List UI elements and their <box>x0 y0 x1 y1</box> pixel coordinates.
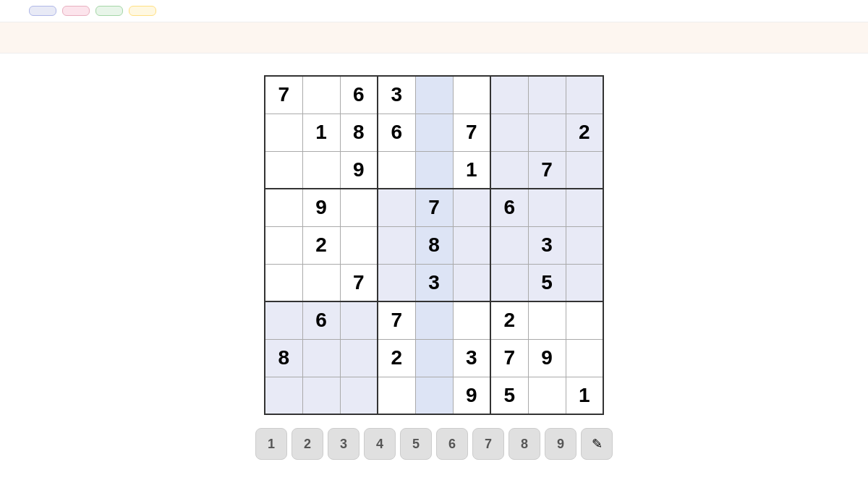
sudoku-cell[interactable] <box>528 301 566 339</box>
sudoku-cell[interactable] <box>302 76 340 114</box>
num-btn-6[interactable]: 6 <box>436 428 468 460</box>
sudoku-cell[interactable]: 7 <box>453 114 490 151</box>
sudoku-cell[interactable] <box>528 377 566 414</box>
sudoku-cell[interactable]: 6 <box>490 189 528 226</box>
main-content: 7631867291797628373567282379951 12345678… <box>0 53 868 474</box>
sudoku-cell[interactable] <box>490 76 528 114</box>
sudoku-cell[interactable]: 8 <box>415 226 453 264</box>
sudoku-cell[interactable] <box>566 301 603 339</box>
sudoku-cell[interactable]: 2 <box>566 114 603 151</box>
sudoku-cell[interactable] <box>453 264 490 301</box>
sudoku-cell[interactable]: 6 <box>378 114 415 151</box>
num-btn-2[interactable]: 2 <box>292 428 323 460</box>
sudoku-cell[interactable] <box>490 264 528 301</box>
sudoku-cell[interactable] <box>378 264 415 301</box>
num-btn-4[interactable]: 4 <box>364 428 396 460</box>
sudoku-cell[interactable]: 2 <box>378 339 415 377</box>
sudoku-cell[interactable] <box>265 264 302 301</box>
sudoku-cell[interactable] <box>265 151 302 189</box>
num-btn-1[interactable]: 1 <box>255 428 287 460</box>
sudoku-cell[interactable] <box>378 151 415 189</box>
sudoku-cell[interactable] <box>528 76 566 114</box>
num-btn-3[interactable]: 3 <box>328 428 359 460</box>
tab-sudoku[interactable] <box>129 6 156 16</box>
sudoku-cell[interactable]: 9 <box>340 151 378 189</box>
sudoku-cell[interactable] <box>566 76 603 114</box>
sudoku-cell[interactable] <box>490 114 528 151</box>
sudoku-cell[interactable]: 8 <box>340 114 378 151</box>
sudoku-cell[interactable] <box>265 189 302 226</box>
sudoku-cell[interactable] <box>302 339 340 377</box>
sudoku-cell[interactable] <box>490 151 528 189</box>
sudoku-cell[interactable]: 5 <box>528 264 566 301</box>
sudoku-cell[interactable] <box>340 339 378 377</box>
sudoku-cell[interactable]: 6 <box>302 301 340 339</box>
sudoku-cell[interactable] <box>453 301 490 339</box>
sudoku-cell[interactable]: 8 <box>265 339 302 377</box>
sudoku-cell[interactable] <box>415 76 453 114</box>
sudoku-cell[interactable] <box>453 226 490 264</box>
sudoku-cell[interactable]: 9 <box>302 189 340 226</box>
sudoku-cell[interactable] <box>415 114 453 151</box>
sudoku-cell[interactable]: 3 <box>453 339 490 377</box>
sudoku-cell[interactable]: 7 <box>490 339 528 377</box>
sudoku-cell[interactable] <box>340 189 378 226</box>
tab-solitaire[interactable] <box>29 6 56 16</box>
sudoku-cell[interactable]: 3 <box>415 264 453 301</box>
secondary-nav <box>0 22 868 53</box>
sudoku-cell[interactable]: 7 <box>265 76 302 114</box>
sudoku-cell[interactable] <box>340 301 378 339</box>
sudoku-cell[interactable] <box>453 76 490 114</box>
sudoku-cell[interactable] <box>265 301 302 339</box>
sudoku-cell[interactable] <box>302 264 340 301</box>
sudoku-cell[interactable] <box>566 189 603 226</box>
sudoku-cell[interactable]: 7 <box>340 264 378 301</box>
sudoku-cell[interactable] <box>378 226 415 264</box>
sudoku-cell[interactable]: 3 <box>528 226 566 264</box>
num-btn-7[interactable]: 7 <box>472 428 504 460</box>
num-btn-8[interactable]: 8 <box>509 428 540 460</box>
sudoku-cell[interactable] <box>528 114 566 151</box>
sudoku-cell[interactable] <box>302 377 340 414</box>
sudoku-cell[interactable]: 2 <box>490 301 528 339</box>
sudoku-cell[interactable] <box>265 114 302 151</box>
sudoku-cell[interactable]: 7 <box>528 151 566 189</box>
sudoku-cell[interactable]: 9 <box>528 339 566 377</box>
num-btn-5[interactable]: 5 <box>400 428 432 460</box>
sudoku-cell[interactable]: 9 <box>453 377 490 414</box>
sudoku-cell[interactable] <box>265 377 302 414</box>
sudoku-cell[interactable] <box>378 377 415 414</box>
sudoku-cell[interactable]: 5 <box>490 377 528 414</box>
num-btn-9[interactable]: 9 <box>545 428 576 460</box>
sudoku-cell[interactable] <box>566 264 603 301</box>
sudoku-cell[interactable]: 3 <box>378 76 415 114</box>
sudoku-cell[interactable] <box>378 189 415 226</box>
sudoku-cell[interactable] <box>302 151 340 189</box>
sudoku-cell[interactable] <box>415 377 453 414</box>
tab-mahjong[interactable] <box>95 6 123 16</box>
sudoku-cell[interactable] <box>528 189 566 226</box>
sudoku-cell[interactable] <box>566 151 603 189</box>
sudoku-cell[interactable] <box>566 339 603 377</box>
sudoku-cell[interactable] <box>415 339 453 377</box>
sudoku-cell[interactable]: 7 <box>378 301 415 339</box>
number-pad: 123456789✎ <box>255 428 613 460</box>
sudoku-cell[interactable] <box>265 226 302 264</box>
sudoku-cell[interactable] <box>453 189 490 226</box>
sudoku-cell[interactable] <box>340 377 378 414</box>
sudoku-cell[interactable] <box>566 226 603 264</box>
sudoku-cell[interactable]: 6 <box>340 76 378 114</box>
tab-spider[interactable] <box>62 6 90 16</box>
sudoku-cell[interactable] <box>415 151 453 189</box>
sudoku-cell[interactable] <box>340 226 378 264</box>
sudoku-cell[interactable]: 7 <box>415 189 453 226</box>
sudoku-cell[interactable]: 1 <box>302 114 340 151</box>
sudoku-cell[interactable] <box>490 226 528 264</box>
top-nav <box>0 0 868 22</box>
sudoku-cell[interactable]: 1 <box>566 377 603 414</box>
pencil-button[interactable]: ✎ <box>581 428 613 460</box>
sudoku-cell[interactable]: 1 <box>453 151 490 189</box>
difficulty-menu[interactable] <box>32 31 35 44</box>
sudoku-cell[interactable]: 2 <box>302 226 340 264</box>
sudoku-cell[interactable] <box>415 301 453 339</box>
